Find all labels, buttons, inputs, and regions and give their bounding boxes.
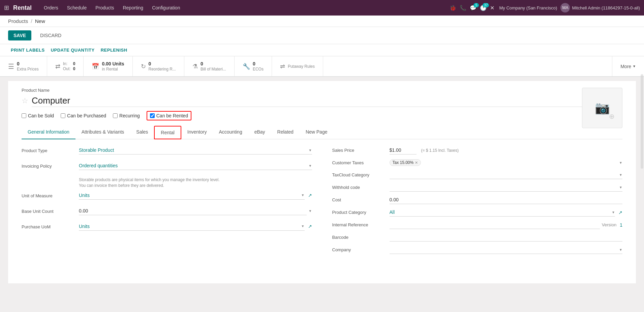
company-value: ▼	[390, 246, 623, 254]
stat-extra-prices[interactable]: ☰ 0 Extra Prices	[0, 56, 47, 76]
shuffle-icon: ⇌	[280, 63, 285, 70]
invoicing-policy-select[interactable]: Ordered quantities Delivered quantities	[79, 162, 307, 170]
can-be-purchased-input[interactable]	[61, 113, 65, 118]
nav-orders[interactable]: Orders	[40, 4, 62, 12]
chat-icon[interactable]: 💬 5	[470, 5, 477, 11]
top-navigation: ⊞ Rental Orders Schedule Products Report…	[0, 0, 644, 16]
stat-more-button[interactable]: More ▼	[612, 56, 644, 76]
chevron-down-icon: ▼	[309, 148, 312, 152]
version-value: 1	[620, 222, 622, 228]
withhold-code-label: Withhold code	[332, 185, 386, 190]
product-category-select[interactable]: All	[390, 208, 611, 216]
close-icon[interactable]: ✕	[490, 5, 494, 11]
can-be-sold-input[interactable]	[22, 113, 26, 118]
can-be-purchased-checkbox[interactable]: Can be Purchased	[61, 113, 106, 118]
tab-accounting[interactable]: Accounting	[213, 126, 248, 139]
product-type-select[interactable]: Storable Product Consumable Service	[79, 146, 307, 154]
stat-bom[interactable]: ⚗ 0 Bill of Materi...	[184, 56, 235, 76]
stat-units-rental[interactable]: 📅 0.00 Units in Rental	[84, 56, 132, 76]
update-quantity-button[interactable]: UPDATE QUANTITY	[48, 46, 97, 54]
company-select[interactable]	[390, 246, 618, 254]
recurring-input[interactable]	[113, 113, 118, 118]
tab-rental[interactable]: Rental	[154, 126, 181, 139]
left-form-section: Product Type Storable Product Consumable…	[22, 146, 312, 258]
user-avatar: MA	[560, 3, 570, 12]
grid-menu-icon[interactable]: ⊞	[4, 4, 9, 11]
cost-input[interactable]	[390, 196, 623, 204]
customer-taxes-value: Tax 15.00% ✕ ▼	[390, 159, 623, 167]
stat-putaway[interactable]: ⇌ Putaway Rules	[272, 56, 323, 76]
discard-button[interactable]: DISCARD	[35, 30, 67, 40]
product-category-ext-link[interactable]: ↗	[618, 210, 622, 215]
tab-ebay[interactable]: eBay	[248, 126, 271, 139]
unit-of-measure-select[interactable]: Units	[79, 191, 300, 199]
bug-icon[interactable]: 🐞	[450, 5, 456, 11]
user-menu[interactable]: MA Mitchell Admin (11864297-15-0-all)	[560, 3, 640, 12]
photo-upload-button[interactable]: 📷 ⊕	[582, 88, 622, 128]
unit-of-measure-ext-link[interactable]: ↗	[308, 193, 312, 198]
product-name-input[interactable]	[32, 95, 610, 107]
can-be-sold-label: Can be Sold	[28, 113, 54, 118]
barcode-field: Barcode	[332, 233, 623, 242]
tab-sales[interactable]: Sales	[130, 126, 154, 139]
nav-configuration[interactable]: Configuration	[148, 4, 184, 12]
save-button[interactable]: SAVE	[8, 30, 31, 40]
withhold-select[interactable]	[390, 183, 618, 191]
product-category-value: All ▼ ↗	[390, 208, 623, 217]
replenish-button[interactable]: REPLENISH	[98, 46, 130, 54]
company-field: Company ▼	[332, 246, 623, 254]
favorite-star-icon[interactable]: ☆	[22, 96, 28, 105]
taxcloud-select[interactable]	[390, 171, 618, 179]
in-count: 0	[73, 61, 75, 66]
sales-price-input[interactable]	[390, 146, 417, 154]
units-rental-label: in Rental	[102, 67, 124, 72]
customer-taxes-select[interactable]	[423, 159, 618, 167]
scrollbar[interactable]	[641, 74, 643, 169]
purchase-uom-field: Purchase UoM Units ▼ ↗	[22, 222, 312, 233]
tab-new-page[interactable]: New Page	[300, 126, 334, 139]
phone-icon[interactable]: 📞	[460, 5, 466, 11]
tab-general-information[interactable]: General Information	[22, 126, 75, 139]
tax-remove-button[interactable]: ✕	[415, 161, 418, 165]
nav-products[interactable]: Products	[91, 4, 118, 12]
can-be-rented-input[interactable]	[150, 113, 155, 118]
chevron-down-icon: ▼	[619, 186, 622, 189]
recurring-label: Recurring	[119, 113, 140, 118]
can-be-sold-checkbox[interactable]: Can be Sold	[22, 113, 54, 118]
tab-related[interactable]: Related	[271, 126, 300, 139]
sales-price-label: Sales Price	[332, 148, 386, 153]
add-photo-icon: ⊕	[609, 112, 615, 120]
version-label: Version	[602, 222, 616, 227]
activity-icon[interactable]: 🕐 37	[480, 5, 487, 11]
internal-reference-input[interactable]	[390, 221, 600, 229]
invoicing-policy-select-wrapper: Ordered quantities Delivered quantities …	[79, 162, 312, 170]
barcode-input[interactable]	[390, 233, 623, 242]
stat-buttons-row: ☰ 0 Extra Prices ⇄ In: 0 Out: 0 📅 0.00 U…	[0, 56, 644, 77]
stat-ecos[interactable]: 🔧 0 ECOs	[235, 56, 272, 76]
base-unit-count-input[interactable]	[79, 207, 307, 215]
taxcloud-category-field: TaxCloud Category ▼	[332, 171, 623, 179]
nav-reporting[interactable]: Reporting	[119, 4, 147, 12]
tab-attributes-variants[interactable]: Attributes & Variants	[75, 126, 130, 139]
stat-reordering[interactable]: ↻ 0 Reordering R...	[133, 56, 184, 76]
can-be-rented-checkbox[interactable]: Can be Rented	[150, 113, 188, 118]
reordering-label: Reordering R...	[149, 67, 176, 72]
internal-reference-value: Version 1	[390, 221, 623, 229]
purchase-uom-select[interactable]: Units	[79, 222, 300, 230]
tab-inventory[interactable]: Inventory	[181, 126, 213, 139]
ecos-count: 0	[253, 61, 264, 66]
unit-of-measure-label: Unit of Measure	[22, 191, 75, 198]
nav-schedule[interactable]: Schedule	[63, 4, 91, 12]
base-unit-count-value: ▼	[79, 207, 312, 215]
purchase-uom-label: Purchase UoM	[22, 222, 75, 229]
tax-badge-label: Tax 15.00%	[393, 160, 414, 165]
breadcrumb-parent[interactable]: Products	[8, 18, 28, 24]
company-select-wrapper: ▼	[390, 246, 623, 254]
stat-inout[interactable]: ⇄ In: 0 Out: 0	[47, 56, 84, 76]
purchase-uom-ext-link[interactable]: ↗	[308, 224, 312, 229]
app-brand: Rental	[13, 4, 32, 11]
recurring-checkbox[interactable]: Recurring	[113, 113, 140, 118]
print-labels-button[interactable]: PRINT LABELS	[8, 46, 48, 54]
base-unit-count-label: Base Unit Count	[22, 207, 75, 214]
sales-price-field: Sales Price (= $ 1.15 Incl. Taxes)	[332, 146, 623, 154]
